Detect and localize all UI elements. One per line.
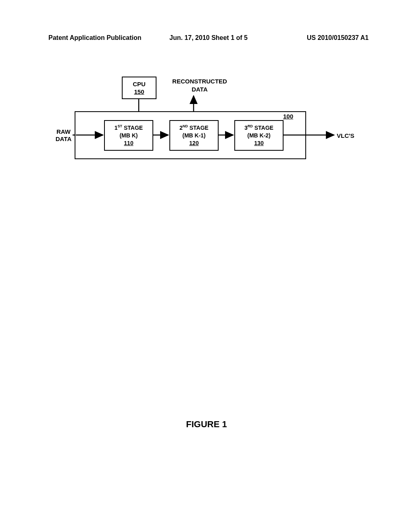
- vlc-output-label: VLC'S: [337, 132, 355, 139]
- page-header: Patent Application Publication Jun. 17, …: [0, 34, 413, 42]
- figure-caption: FIGURE 1: [0, 419, 413, 430]
- container-ref: 100: [283, 113, 293, 120]
- stage-3-sub: (MB K-2): [235, 132, 283, 139]
- stage-2-block: 2ND STAGE (MB K-1) 120: [169, 120, 219, 151]
- stage-1-ref: 110: [105, 139, 152, 147]
- stage-1-title: 1ST STAGE: [105, 124, 152, 132]
- stage-1-sub: (MB K): [105, 132, 152, 139]
- reconstructed-line1: RECONSTRUCTED: [163, 77, 236, 85]
- cpu-label: CPU: [123, 80, 156, 88]
- header-patent-number: US 2010/0150237 A1: [262, 34, 369, 42]
- stage-1-block: 1ST STAGE (MB K) 110: [104, 120, 153, 151]
- cpu-ref: 150: [123, 88, 156, 96]
- stage-2-title: 2ND STAGE: [170, 124, 218, 132]
- stage-2-ref: 120: [170, 139, 218, 147]
- header-date-sheet: Jun. 17, 2010 Sheet 1 of 5: [155, 34, 262, 42]
- raw-data-label: RAW DATA: [52, 128, 75, 143]
- stage-3-block: 3RD STAGE (MB K-2) 130: [234, 120, 284, 151]
- stage-3-title: 3RD STAGE: [235, 124, 283, 132]
- block-diagram: CPU 150 RECONSTRUCTED DATA 100 RAW DATA …: [52, 73, 367, 173]
- header-publication: Patent Application Publication: [48, 34, 155, 42]
- stage-2-sub: (MB K-1): [170, 132, 218, 139]
- cpu-block: CPU 150: [122, 77, 156, 99]
- raw-line1: RAW: [52, 128, 75, 135]
- stage-3-ref: 130: [235, 139, 283, 147]
- reconstructed-line2: DATA: [163, 85, 236, 94]
- raw-line2: DATA: [52, 135, 75, 143]
- reconstructed-data-label: RECONSTRUCTED DATA: [163, 77, 236, 93]
